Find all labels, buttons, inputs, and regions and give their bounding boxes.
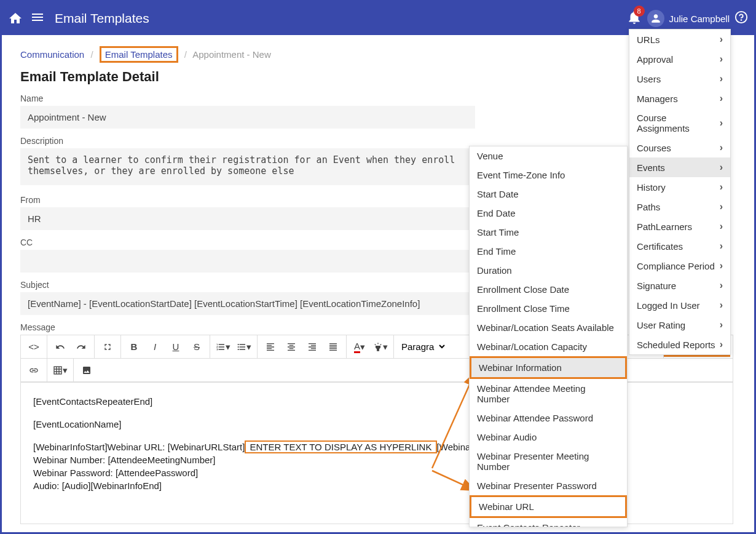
table-icon[interactable]: ▾ xyxy=(50,360,71,381)
category-urls[interactable]: URLs› xyxy=(629,30,730,49)
highlight-icon[interactable]: ▾ xyxy=(370,337,391,357)
cc-input[interactable] xyxy=(20,250,475,273)
category-approval[interactable]: Approval› xyxy=(629,49,730,69)
source-icon[interactable]: <> xyxy=(23,337,44,357)
variable-duration[interactable]: Duration xyxy=(470,261,627,280)
notification-icon[interactable]: 8 xyxy=(626,9,642,28)
variable-webinar-attendee-password[interactable]: Webinar Attendee Password xyxy=(470,408,627,428)
category-pathlearners[interactable]: PathLearners› xyxy=(629,217,730,236)
link-icon[interactable] xyxy=(23,360,44,381)
editor-line: Webinar Password: [AttendeePassword] xyxy=(33,468,198,478)
variable-webinar-presenter-meeting-number[interactable]: Webinar Presenter Meeting Number xyxy=(470,447,627,476)
editor-line: Audio: [Audio][WebinarInfoEnd] xyxy=(33,480,162,491)
category-courses[interactable]: Courses› xyxy=(629,138,730,157)
variable-event-time-zone-info[interactable]: Event Time-Zone Info xyxy=(470,165,627,185)
variable-enrollment-close-time[interactable]: Enrollment Close Time xyxy=(470,299,627,318)
variable-enrollment-close-date[interactable]: Enrollment Close Date xyxy=(470,280,627,299)
category-user-rating[interactable]: User Rating› xyxy=(629,315,730,335)
from-input[interactable] xyxy=(20,207,475,230)
category-scheduled-reports[interactable]: Scheduled Reports› xyxy=(629,335,730,354)
ordered-list-icon[interactable]: ▾ xyxy=(213,337,234,357)
align-center-icon[interactable] xyxy=(281,337,302,357)
italic-icon[interactable]: I xyxy=(144,337,165,357)
image-icon[interactable] xyxy=(76,360,97,381)
variable-webinar-location-capacity[interactable]: Webinar/Location Capacity xyxy=(470,337,627,356)
variable-end-time[interactable]: End Time xyxy=(470,242,627,261)
align-right-icon[interactable] xyxy=(302,337,323,357)
variable-webinar-attendee-meeting-number[interactable]: Webinar Attendee Meeting Number xyxy=(470,379,627,408)
svg-rect-2 xyxy=(54,367,61,374)
variable-webinar-location-seats-available[interactable]: Webinar/Location Seats Available xyxy=(470,318,627,337)
help-icon[interactable] xyxy=(734,10,748,27)
undo-icon[interactable] xyxy=(50,337,71,357)
notification-badge: 8 xyxy=(634,6,645,17)
editor-line: [Webina xyxy=(437,442,471,452)
redo-icon[interactable] xyxy=(71,337,92,357)
category-history[interactable]: History› xyxy=(629,177,730,197)
variable-end-date[interactable]: End Date xyxy=(470,204,627,223)
category-signature[interactable]: Signature› xyxy=(629,276,730,295)
editor-line: [EventLocationName] xyxy=(33,419,121,429)
header-title: Email Templates xyxy=(55,11,626,26)
align-left-icon[interactable] xyxy=(260,337,281,357)
editor-line: [WebinarInfoStart]Webinar URL: [WebinarU… xyxy=(33,442,245,452)
category-logged-in-user[interactable]: Logged In User› xyxy=(629,295,730,315)
category-certificates[interactable]: Certificates› xyxy=(629,236,730,256)
subject-input[interactable] xyxy=(20,292,475,315)
variable-venue[interactable]: Venue xyxy=(470,146,627,165)
breadcrumb-email-templates[interactable]: Email Templates xyxy=(105,49,173,60)
svg-point-1 xyxy=(741,20,742,20)
text-color-icon[interactable]: A▾ xyxy=(349,337,370,357)
username[interactable]: Julie Campbell xyxy=(669,14,730,24)
align-justify-icon[interactable] xyxy=(323,337,344,357)
variable-event-contacts-repeater[interactable]: Event Contacts Repeater xyxy=(470,518,627,527)
variable-webinar-url[interactable]: Webinar URL xyxy=(470,495,627,518)
paragraph-select[interactable]: Paragra xyxy=(396,341,447,353)
strikethrough-icon[interactable]: S xyxy=(186,337,207,357)
variable-webinar-information[interactable]: Webinar Information xyxy=(470,356,627,379)
hyperlink-placeholder: ENTER TEXT TO DISPLAY AS HYPERLINK xyxy=(245,440,436,453)
category-managers[interactable]: Managers› xyxy=(629,89,730,108)
editor-line: [EventContactsRepeaterEnd] xyxy=(33,396,152,407)
unordered-list-icon[interactable]: ▾ xyxy=(234,337,254,357)
category-users[interactable]: Users› xyxy=(629,69,730,89)
category-events[interactable]: Events› xyxy=(629,157,730,177)
category-paths[interactable]: Paths› xyxy=(629,197,730,217)
avatar-icon[interactable] xyxy=(647,10,664,27)
breadcrumb-current: Appointment - New xyxy=(192,49,271,60)
name-input[interactable] xyxy=(20,106,475,129)
variables-category-menu: URLs›Approval›Users›Managers›Course Assi… xyxy=(629,29,731,355)
description-input[interactable]: Sent to a learner to confirm their regis… xyxy=(20,148,475,185)
category-course-assignments[interactable]: Course Assignments› xyxy=(629,108,730,138)
underline-icon[interactable]: U xyxy=(165,337,186,357)
breadcrumb-communication[interactable]: Communication xyxy=(20,49,84,60)
hamburger-icon[interactable] xyxy=(30,10,45,27)
variable-start-date[interactable]: Start Date xyxy=(470,185,627,204)
variable-webinar-audio[interactable]: Webinar Audio xyxy=(470,428,627,447)
bold-icon[interactable]: B xyxy=(124,337,144,357)
events-variables-menu: VenueEvent Time-Zone InfoStart DateEnd D… xyxy=(469,146,628,527)
fullscreen-icon[interactable] xyxy=(97,337,118,357)
editor-line: Webinar Number: [AttendeeMeetingNumber] xyxy=(33,455,216,465)
variable-start-time[interactable]: Start Time xyxy=(470,223,627,242)
home-icon[interactable] xyxy=(8,11,23,26)
header-right: 8 Julie Campbell xyxy=(626,9,748,28)
variable-webinar-presenter-password[interactable]: Webinar Presenter Password xyxy=(470,476,627,495)
category-compliance-period[interactable]: Compliance Period› xyxy=(629,256,730,276)
